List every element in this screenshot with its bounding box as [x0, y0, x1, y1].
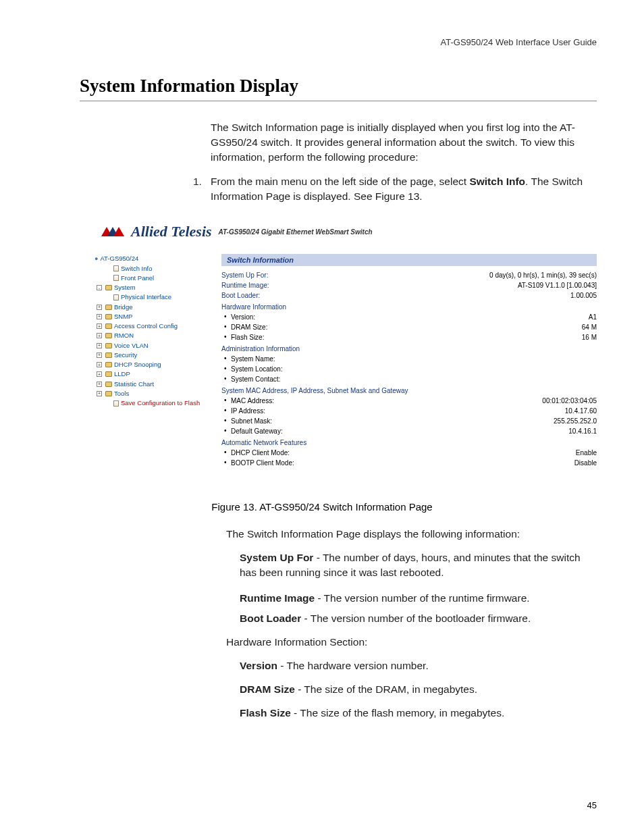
def-system-up-for: System Up For - The number of days, hour… [240, 550, 597, 580]
def-boot-loader: Boot Loader - The version number of the … [240, 611, 597, 626]
def-term: Version [240, 660, 277, 671]
hw-section-label: Hardware Information [221, 302, 286, 311]
expander-icon[interactable]: + [97, 323, 102, 329]
info-label: MAC Address: [231, 397, 274, 405]
info-value: 64 M [582, 323, 597, 331]
admin-section-label: Administration Information [221, 344, 300, 353]
folder-icon [105, 343, 112, 348]
step-number: 1. [193, 174, 202, 189]
nav-root-label: AT-GS950/24 [100, 254, 138, 263]
expander-icon[interactable]: + [97, 362, 102, 367]
expander-icon[interactable]: + [97, 305, 102, 310]
info-label: IP Address: [231, 407, 265, 415]
nav-label: Access Control Config [114, 321, 178, 331]
expander-icon[interactable]: + [97, 353, 102, 358]
step-1: 1. From the main menu on the left side o… [211, 174, 597, 204]
nav-item[interactable]: +Tools [95, 389, 209, 398]
info-value: Enable [576, 449, 597, 457]
info-row: System Up For:0 day(s), 0 hr(s), 1 min(s… [221, 270, 597, 280]
nav-label: Front Panel [121, 273, 154, 283]
def-version: Version - The hardware version number. [240, 658, 597, 673]
brand-logo-icon [101, 227, 124, 236]
folder-icon [105, 333, 112, 338]
info-row: IP Address:10.4.17.60 [221, 406, 597, 416]
folder-icon [105, 371, 112, 377]
info-value: Disable [574, 459, 597, 467]
info-value: 1.00.005 [570, 292, 597, 299]
def-term: Flash Size [240, 707, 291, 719]
panel-title: Switch Information [221, 254, 597, 266]
intro-paragraph: The Switch Information page is initially… [211, 120, 597, 165]
page-icon [113, 275, 119, 281]
nav-label: Voice VLAN [114, 341, 149, 350]
expander-icon[interactable]: + [97, 382, 102, 387]
expander-icon[interactable]: + [97, 371, 102, 377]
info-label: System Up For: [221, 271, 268, 279]
expander-icon[interactable]: - [97, 285, 102, 290]
info-value: 00:01:02:03:04:05 [542, 397, 597, 405]
page-number: 45 [587, 800, 597, 810]
folder-icon [105, 314, 112, 319]
nav-item[interactable]: +Security [95, 350, 209, 360]
nav-item[interactable]: +LLDP [95, 369, 209, 379]
info-row: DRAM Size:64 M [221, 322, 597, 332]
hw-section-heading: Hardware Information Section: [226, 635, 597, 650]
def-term: Runtime Image [240, 592, 315, 604]
nav-item[interactable]: +SNMP [95, 312, 209, 321]
page-icon [113, 265, 119, 271]
info-row: System Location: [221, 364, 597, 374]
def-desc: - The size of the flash memory, in megab… [291, 707, 504, 719]
nav-item[interactable]: Switch Info [95, 264, 209, 273]
nav-label: Save Configuration to Flash [121, 398, 200, 408]
nav-label: DHCP Snooping [114, 360, 161, 369]
expander-icon[interactable]: + [97, 343, 102, 348]
folder-icon [105, 362, 112, 367]
section-heading: System Information Display [80, 76, 597, 97]
auto-section-label: Automatic Network Features [221, 438, 306, 446]
info-value: A1 [589, 313, 597, 321]
info-row: Version:A1 [221, 312, 597, 322]
def-desc: - The version number of the runtime firm… [315, 592, 529, 604]
embedded-screenshot: Allied Telesis AT-GS950/24 Gigabit Ether… [95, 223, 597, 468]
info-row: System Contact: [221, 374, 597, 384]
info-value: 16 M [582, 334, 597, 341]
def-desc: - The hardware version number. [277, 660, 429, 671]
info-row: Subnet Mask:255.255.252.0 [221, 416, 597, 426]
info-label: DHCP Client Mode: [231, 449, 290, 457]
nav-item[interactable]: +DHCP Snooping [95, 360, 209, 369]
nav-label: Bridge [114, 303, 132, 312]
brand-header: Allied Telesis AT-GS950/24 Gigabit Ether… [95, 223, 597, 240]
nav-item[interactable]: +Statistic Chart [95, 380, 209, 389]
info-value: AT-S109 V1.1.0 [1.00.043] [518, 282, 597, 289]
expander-icon[interactable]: + [97, 391, 102, 396]
info-row: Boot Loader:1.00.005 [221, 290, 597, 301]
def-term: DRAM Size [240, 683, 295, 695]
def-desc: - The version number of the bootloader f… [301, 613, 531, 624]
info-label: Default Gateway: [231, 427, 283, 435]
nav-root[interactable]: AT-GS950/24 [95, 254, 209, 264]
info-label: Runtime Image: [221, 282, 269, 289]
def-desc: - The size of the DRAM, in megabytes. [295, 683, 477, 695]
nav-item[interactable]: +Access Control Config [95, 321, 209, 331]
nav-item[interactable]: +RMON [95, 331, 209, 340]
folder-icon [105, 323, 112, 329]
info-label: DRAM Size: [231, 323, 267, 331]
info-label: System Contact: [231, 375, 280, 383]
page-icon [113, 400, 119, 407]
folder-icon [105, 353, 112, 358]
nav-item[interactable]: +Bridge [95, 303, 209, 312]
nav-item[interactable]: -System [95, 283, 209, 292]
expander-icon[interactable]: + [97, 314, 102, 319]
expander-icon[interactable]: + [97, 333, 102, 338]
folder-icon [105, 391, 112, 396]
info-row: System Name: [221, 354, 597, 364]
brand-name: Allied Telesis [131, 223, 212, 240]
nav-item[interactable]: Front Panel [95, 273, 209, 283]
nav-label: System [114, 283, 136, 292]
nav-item[interactable]: +Voice VLAN [95, 341, 209, 350]
folder-icon [105, 305, 112, 310]
info-value: 0 day(s), 0 hr(s), 1 min(s), 39 sec(s) [489, 271, 597, 279]
nav-item[interactable]: Physical Interface [95, 292, 209, 302]
nav-item[interactable]: Save Configuration to Flash [95, 398, 209, 408]
def-flash-size: Flash Size - The size of the flash memor… [240, 706, 597, 721]
